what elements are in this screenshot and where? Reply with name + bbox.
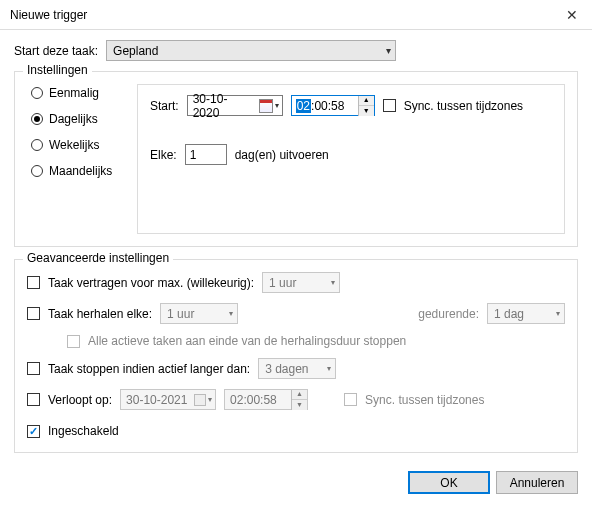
delay-checkbox[interactable] [27, 276, 40, 289]
chevron-down-icon: ▾ [556, 309, 560, 318]
recur-line: Elke: 1 dag(en) uitvoeren [150, 144, 552, 165]
begin-task-label: Start deze taak: [14, 44, 98, 58]
radio-daily[interactable]: Dagelijks [31, 112, 137, 126]
stop-if-row: Taak stoppen indien actief langer dan: 3… [27, 358, 565, 379]
stop-all-label: Alle actieve taken aan einde van de herh… [88, 334, 406, 348]
radio-monthly-label: Maandelijks [49, 164, 112, 178]
cancel-label: Annuleren [510, 476, 565, 490]
schedule-detail-panel: Start: 30-10-2020 ▾ 02:00:58 ▲ [137, 84, 565, 234]
calendar-icon [194, 394, 206, 406]
spin-down-icon: ▼ [292, 400, 307, 410]
start-label: Start: [150, 99, 179, 113]
dialog-content: Start deze taak: Gepland ▾ Instellingen … [0, 30, 592, 453]
close-icon: ✕ [566, 7, 578, 23]
sync-timezones-checkbox[interactable] [383, 99, 396, 112]
expire-time-value: 02:00:58 [230, 393, 277, 407]
stop-all-row: Alle actieve taken aan einde van de herh… [27, 334, 565, 348]
radio-daily-label: Dagelijks [49, 112, 98, 126]
advanced-legend: Geavanceerde instellingen [23, 251, 173, 265]
radio-monthly[interactable]: Maandelijks [31, 164, 137, 178]
repeat-label: Taak herhalen elke: [48, 307, 152, 321]
settings-group: Instellingen Eenmalig Dagelijks Wekelijk… [14, 71, 578, 247]
begin-row: Start deze taak: Gepland ▾ [14, 40, 578, 61]
titlebar: Nieuwe trigger ✕ [0, 0, 592, 30]
time-spinner: ▲ ▼ [291, 390, 307, 410]
radio-once[interactable]: Eenmalig [31, 86, 137, 100]
start-date-field[interactable]: 30-10-2020 ▾ [187, 95, 283, 116]
radio-weekly[interactable]: Wekelijks [31, 138, 137, 152]
start-line: Start: 30-10-2020 ▾ 02:00:58 ▲ [150, 95, 552, 116]
start-date-value: 30-10-2020 [193, 92, 253, 120]
duration-value: 1 dag [494, 307, 524, 321]
stop-if-label: Taak stoppen indien actief langer dan: [48, 362, 250, 376]
dialog-footer: OK Annuleren [0, 465, 592, 504]
begin-task-value: Gepland [113, 44, 158, 58]
stop-if-value: 3 dagen [265, 362, 308, 376]
cancel-button[interactable]: Annuleren [496, 471, 578, 494]
delay-label: Taak vertragen voor max. (willekeurig): [48, 276, 254, 290]
chevron-down-icon: ▾ [208, 395, 212, 404]
spin-up-icon: ▲ [292, 390, 307, 400]
delay-value: 1 uur [269, 276, 296, 290]
chevron-down-icon: ▾ [327, 364, 331, 373]
repeat-checkbox[interactable] [27, 307, 40, 320]
schedule-radio-group: Eenmalig Dagelijks Wekelijks Maandelijks [27, 84, 137, 234]
duration-combo: 1 dag ▾ [487, 303, 565, 324]
radio-icon [31, 113, 43, 125]
expire-sync-checkbox [344, 393, 357, 406]
spin-down-icon: ▼ [359, 106, 374, 116]
settings-legend: Instellingen [23, 63, 92, 77]
radio-icon [31, 87, 43, 99]
duration-label: gedurende: [418, 307, 479, 321]
expire-sync-label: Sync. tussen tijdzones [365, 393, 484, 407]
ok-button[interactable]: OK [408, 471, 490, 494]
spin-up-icon: ▲ [359, 96, 374, 106]
recur-every-label: Elke: [150, 148, 177, 162]
expire-label: Verloopt op: [48, 393, 112, 407]
radio-icon [31, 139, 43, 151]
advanced-group: Geavanceerde instellingen Taak vertragen… [14, 259, 578, 453]
calendar-icon [259, 99, 273, 113]
chevron-down-icon: ▾ [331, 278, 335, 287]
expire-row: Verloopt op: 30-10-2021 ▾ 02:00:58 ▲ ▼ S… [27, 389, 565, 410]
expire-date-value: 30-10-2021 [126, 393, 187, 407]
recur-every-value: 1 [190, 148, 197, 162]
chevron-down-icon: ▾ [386, 45, 391, 56]
stop-if-checkbox[interactable] [27, 362, 40, 375]
start-time-value: 02:00:58 [296, 99, 345, 113]
begin-task-combo[interactable]: Gepland ▾ [106, 40, 396, 61]
radio-once-label: Eenmalig [49, 86, 99, 100]
expire-time-field: 02:00:58 ▲ ▼ [224, 389, 308, 410]
enabled-row: Ingeschakeld [27, 424, 565, 438]
sync-timezones-label: Sync. tussen tijdzones [404, 99, 523, 113]
window-title: Nieuwe trigger [10, 8, 552, 22]
enabled-checkbox[interactable] [27, 425, 40, 438]
recur-every-input[interactable]: 1 [185, 144, 227, 165]
radio-weekly-label: Wekelijks [49, 138, 99, 152]
radio-icon [31, 165, 43, 177]
delay-combo[interactable]: 1 uur ▾ [262, 272, 340, 293]
repeat-value: 1 uur [167, 307, 194, 321]
ok-label: OK [440, 476, 457, 490]
expire-checkbox[interactable] [27, 393, 40, 406]
expire-date-field: 30-10-2021 ▾ [120, 389, 216, 410]
stop-if-combo[interactable]: 3 dagen ▾ [258, 358, 336, 379]
recur-every-suffix: dag(en) uitvoeren [235, 148, 329, 162]
repeat-combo[interactable]: 1 uur ▾ [160, 303, 238, 324]
stop-all-checkbox [67, 335, 80, 348]
enabled-label: Ingeschakeld [48, 424, 119, 438]
repeat-row: Taak herhalen elke: 1 uur ▾ gedurende: 1… [27, 303, 565, 324]
close-button[interactable]: ✕ [552, 0, 592, 30]
chevron-down-icon: ▾ [275, 101, 279, 110]
start-time-field[interactable]: 02:00:58 ▲ ▼ [291, 95, 375, 116]
delay-row: Taak vertragen voor max. (willekeurig): … [27, 272, 565, 293]
time-spinner[interactable]: ▲ ▼ [358, 96, 374, 116]
chevron-down-icon: ▾ [229, 309, 233, 318]
